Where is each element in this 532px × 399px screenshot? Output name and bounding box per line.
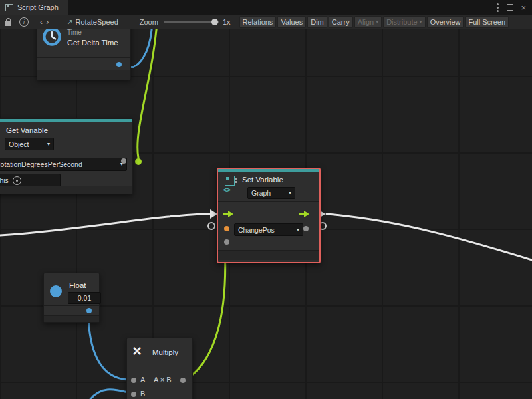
- dropdown-value: Graph: [251, 189, 271, 197]
- input-b-port[interactable]: [131, 392, 136, 397]
- output-value-port[interactable]: [303, 226, 309, 231]
- tab-bar: Script Graph ×: [0, 0, 532, 15]
- dropdown-value: Object: [9, 140, 29, 148]
- code-toggle-icon[interactable]: ‹ ›: [40, 17, 49, 27]
- node-title: Get Variable: [6, 126, 48, 134]
- node-get-variable[interactable]: Get Variable Object ▾ RotationDegreesPer…: [0, 118, 133, 194]
- port-label-a: A: [140, 376, 145, 384]
- target-object-field[interactable]: This: [0, 174, 61, 187]
- chevron-down-icon: ▾: [289, 190, 291, 196]
- info-icon[interactable]: i: [19, 17, 29, 27]
- node-get-delta-time[interactable]: Time Get Delta Time: [37, 29, 131, 80]
- toolbar-button-values[interactable]: Values: [277, 16, 306, 28]
- object-picker-icon[interactable]: [13, 176, 21, 185]
- button-label: Full Screen: [468, 17, 505, 27]
- input-a-port[interactable]: [131, 378, 136, 383]
- node-accent-bar: [218, 169, 319, 172]
- toolbar-button-align[interactable]: Align ▾: [354, 16, 382, 28]
- flow-input-port[interactable]: [223, 211, 234, 217]
- field-value: This: [0, 176, 9, 184]
- maximize-icon[interactable]: [507, 4, 513, 11]
- toolbar-button-distribute[interactable]: Distribute ▾: [383, 16, 425, 28]
- graph-asset-name: RotateSpeed: [76, 18, 118, 26]
- new-value-input-port[interactable]: [224, 239, 229, 245]
- button-label: Dim: [311, 17, 324, 27]
- unity-visual-scripting-window: Script Graph × i ‹ › ↗ RotateSpeed Zoom …: [0, 0, 532, 399]
- button-label: Overview: [430, 17, 461, 27]
- node-category: Time: [67, 29, 82, 36]
- wire-flow-in[interactable]: [0, 214, 209, 235]
- button-label: Values: [281, 17, 303, 27]
- toolbar-button-dim[interactable]: Dim: [307, 16, 327, 28]
- node-multiply[interactable]: × Multiply A A × B B: [126, 338, 193, 399]
- float-output-port[interactable]: [86, 308, 92, 313]
- button-label: Align: [358, 17, 374, 27]
- get-variable-output-port[interactable]: [135, 158, 142, 165]
- variable-icon: [225, 176, 235, 186]
- zoom-slider[interactable]: [164, 17, 219, 27]
- zoom-slider-knob[interactable]: [211, 19, 218, 25]
- variable-value-port[interactable]: [224, 226, 229, 231]
- node-footer: [0, 186, 132, 194]
- node-title: Get Delta Time: [67, 39, 118, 47]
- chevron-down-icon: ▾: [420, 19, 422, 25]
- button-label: Relations: [243, 17, 273, 27]
- dropdown-value: ChangePos: [238, 226, 275, 234]
- toolbar-button-carry[interactable]: Carry: [329, 16, 353, 28]
- graph-canvas[interactable]: Time Get Delta Time Get Variable Object …: [0, 29, 532, 399]
- button-label: Distribute: [386, 17, 417, 27]
- script-graph-icon: [5, 4, 13, 11]
- lock-icon[interactable]: [5, 18, 12, 27]
- variable-scope-dropdown[interactable]: Graph ▾: [247, 187, 295, 199]
- chevron-down-icon: ▾: [376, 19, 378, 25]
- node-set-variable[interactable]: <> Set Variable Graph ▾ ChangePos ▾: [217, 168, 321, 263]
- chevron-down-icon: ▾: [47, 142, 50, 147]
- close-icon[interactable]: ×: [521, 3, 526, 12]
- clock-icon: [42, 29, 62, 47]
- tab-script-graph[interactable]: Script Graph: [0, 0, 68, 15]
- zoom-value: 1x: [223, 18, 231, 26]
- dropdown-value: RotationDegreesPerSecond: [0, 160, 82, 168]
- variable-name-dropdown[interactable]: ChangePos ▾: [234, 223, 303, 236]
- zoom-label: Zoom: [140, 18, 158, 26]
- name-port[interactable]: [121, 158, 126, 164]
- toolbar-button-overview[interactable]: Overview: [427, 16, 464, 28]
- graph-toolbar: i ‹ › ↗ RotateSpeed Zoom 1x Relations Va…: [0, 15, 532, 30]
- port-label-result: A × B: [154, 376, 172, 384]
- chevron-down-icon: ▾: [297, 227, 299, 233]
- node-title: Float: [69, 281, 86, 289]
- kebab-menu-icon[interactable]: [497, 3, 499, 12]
- result-output-port[interactable]: [180, 378, 186, 383]
- node-float[interactable]: Float 0.01: [43, 273, 100, 323]
- tab-title: Script Graph: [17, 3, 59, 11]
- node-title: Multiply: [152, 348, 178, 356]
- float-icon: [50, 285, 62, 297]
- button-label: Carry: [332, 17, 350, 27]
- graph-asset-breadcrumb[interactable]: ↗ RotateSpeed: [66, 18, 118, 27]
- field-value: 0.01: [78, 294, 91, 302]
- value-port-ring-left[interactable]: [207, 222, 215, 230]
- flow-output-port[interactable]: [299, 211, 310, 217]
- window-controls: ×: [497, 0, 532, 15]
- node-footer: [37, 70, 130, 80]
- wire-blue-to-b[interactable]: [89, 390, 130, 399]
- node-footer: [44, 315, 99, 322]
- wire-flow-out[interactable]: [327, 214, 532, 260]
- toolbar-button-relations[interactable]: Relations: [239, 16, 277, 28]
- node-accent-bar: [0, 119, 132, 122]
- variable-scope-dropdown[interactable]: Object ▾: [5, 138, 54, 150]
- graph-kind-icon: <>: [223, 186, 230, 194]
- node-title: Set Variable: [242, 176, 283, 184]
- delta-seconds-output-port[interactable]: [116, 62, 122, 67]
- node-footer: [218, 250, 319, 260]
- float-value-field[interactable]: 0.01: [68, 292, 101, 304]
- toolbar-button-fullscreen[interactable]: Full Screen: [465, 16, 509, 28]
- graph-asset-icon: ↗: [66, 18, 72, 27]
- multiply-icon: ×: [132, 343, 142, 359]
- port-label-b: B: [140, 390, 145, 398]
- variable-name-dropdown[interactable]: RotationDegreesPerSecond ▾: [0, 158, 127, 171]
